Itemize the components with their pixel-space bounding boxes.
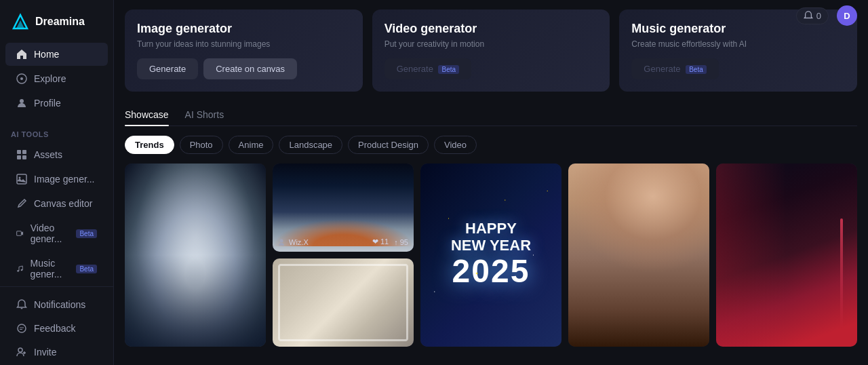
svg-rect-5 [17, 150, 21, 154]
pill-anime[interactable]: Anime [229, 136, 274, 154]
sidebar-item-canvas[interactable]: Canvas editor [5, 192, 108, 215]
bell-top-icon [804, 11, 813, 20]
music-gen-desc: Create music effortlessly with AI [631, 39, 845, 49]
svg-point-14 [18, 324, 26, 332]
generator-cards: Image generator Turn your ideas into stu… [125, 9, 857, 92]
music-gen-buttons: Generate Beta [631, 58, 845, 79]
logo-text: Dreamina [35, 16, 85, 28]
sidebar-item-assets-label: Assets [34, 149, 62, 160]
image-generate-button[interactable]: Generate [137, 58, 198, 79]
svg-point-4 [20, 99, 24, 103]
sidebar-item-video-gen[interactable]: Video gener... Beta [5, 216, 108, 250]
pill-trends[interactable]: Trends [125, 136, 174, 154]
sidebar-item-assets[interactable]: Assets [5, 143, 108, 166]
pill-landscape[interactable]: Landscape [279, 136, 342, 154]
tabs-row: Showcase AI Shorts [125, 105, 857, 126]
car-boosts: 95 [400, 238, 408, 246]
svg-point-12 [17, 270, 19, 272]
gallery-item-robot[interactable] [716, 164, 857, 347]
pill-video[interactable]: Video [434, 136, 477, 154]
logo-icon [11, 12, 30, 31]
sidebar-item-image-gen[interactable]: Image gener... [5, 168, 108, 191]
music-generate-button[interactable]: Generate Beta [631, 58, 718, 79]
car-likes: 11 [380, 237, 389, 246]
gallery-item-newyear[interactable]: HAPPY NEW YEAR 2025 [420, 164, 561, 347]
svg-point-3 [20, 77, 23, 80]
message-circle-icon [16, 323, 27, 334]
car-author-name: Wiz.X [289, 238, 309, 246]
user-small-icon [278, 239, 285, 246]
svg-rect-11 [17, 231, 22, 236]
user-avatar[interactable]: D [837, 5, 857, 26]
music-gen-beta-badge: Beta [76, 265, 97, 273]
video-beta-label: Beta [438, 65, 459, 74]
svg-rect-9 [17, 174, 26, 184]
sidebar-item-profile-label: Profile [34, 98, 61, 109]
sidebar: Dreamina Home Explore Profile AI tools A… [0, 0, 114, 365]
image-icon [16, 174, 27, 185]
user-plus-icon [16, 347, 27, 358]
image-gen-desc: Turn your ideas into stunning images [137, 39, 351, 49]
sidebar-item-explore[interactable]: Explore [5, 67, 108, 90]
svg-point-13 [21, 269, 23, 271]
svg-rect-8 [22, 155, 26, 159]
image-gen-buttons: Generate Create on canvas [137, 58, 351, 79]
video-gen-title: Video generator [384, 22, 598, 36]
bell-icon [16, 299, 27, 310]
video-gen-desc: Put your creativity in motion [384, 39, 598, 49]
sidebar-item-feedback[interactable]: Feedback [5, 317, 108, 340]
pen-tool-icon [16, 198, 27, 209]
notification-button[interactable]: 0 [796, 7, 829, 24]
compass-icon [16, 73, 27, 84]
music-beta-label: Beta [686, 65, 707, 74]
sidebar-item-music-gen[interactable]: Music gener... Beta [5, 252, 108, 286]
sidebar-item-image-gen-label: Image gener... [34, 174, 95, 185]
pill-photo[interactable]: Photo [180, 136, 223, 154]
video-gen-beta-badge: Beta [76, 229, 97, 238]
tab-showcase[interactable]: Showcase [125, 105, 169, 126]
gallery-item-lion[interactable] [125, 164, 266, 347]
top-bar: 0 D [785, 0, 868, 31]
main-content: 0 D Image generator Turn your ideas into… [114, 0, 868, 365]
notif-count: 0 [816, 11, 821, 21]
sidebar-item-invite[interactable]: Invite [5, 341, 108, 364]
sidebar-item-canvas-label: Canvas editor [34, 198, 92, 209]
sidebar-bottom: Notifications Feedback Invite [0, 286, 113, 364]
sidebar-item-profile[interactable]: Profile [5, 92, 108, 115]
logo[interactable]: Dreamina [0, 8, 113, 42]
home-icon [16, 49, 27, 60]
svg-point-15 [18, 348, 22, 352]
video-gen-buttons: Generate Beta [384, 58, 598, 79]
sidebar-item-home-label: Home [34, 49, 59, 60]
avatar-letter: D [844, 11, 850, 21]
sidebar-item-explore-label: Explore [34, 73, 66, 84]
sidebar-item-music-gen-label: Music gener... [31, 258, 70, 280]
sidebar-item-invite-label: Invite [34, 347, 56, 358]
sidebar-item-notifications[interactable]: Notifications [5, 293, 108, 316]
pill-product-design[interactable]: Product Design [348, 136, 429, 154]
svg-rect-6 [22, 150, 26, 154]
music-icon [16, 263, 24, 274]
car-author: Wiz.X [278, 238, 309, 246]
image-canvas-button[interactable]: Create on canvas [203, 58, 297, 79]
sidebar-item-notifications-label: Notifications [34, 299, 85, 310]
sidebar-item-home[interactable]: Home [5, 43, 108, 66]
tab-ai-shorts[interactable]: AI Shorts [185, 105, 224, 126]
sidebar-item-feedback-label: Feedback [34, 323, 75, 334]
filter-pills: Trends Photo Anime Landscape Product Des… [125, 136, 857, 154]
car-stats: ❤ 11 ↑ 95 [372, 237, 408, 246]
image-gen-title: Image generator [137, 22, 351, 36]
gallery-item-portrait[interactable] [568, 164, 709, 347]
gallery-item-frame[interactable] [273, 258, 414, 347]
svg-point-16 [280, 239, 283, 243]
video-generate-button[interactable]: Generate Beta [384, 58, 471, 79]
svg-rect-7 [17, 155, 21, 159]
user-icon [16, 98, 27, 109]
sidebar-section-label: AI tools [0, 126, 113, 142]
sidebar-item-video-gen-label: Video gener... [31, 223, 70, 244]
image-generator-card: Image generator Turn your ideas into stu… [125, 9, 363, 92]
gallery-item-car[interactable]: Wiz.X ❤ 11 ↑ 95 [273, 164, 414, 252]
video-icon [16, 228, 24, 239]
gallery-grid: Wiz.X ❤ 11 ↑ 95 HAPPY NEW YEAR 2025 [125, 164, 857, 347]
video-generator-card: Video generator Put your creativity in m… [372, 9, 610, 92]
